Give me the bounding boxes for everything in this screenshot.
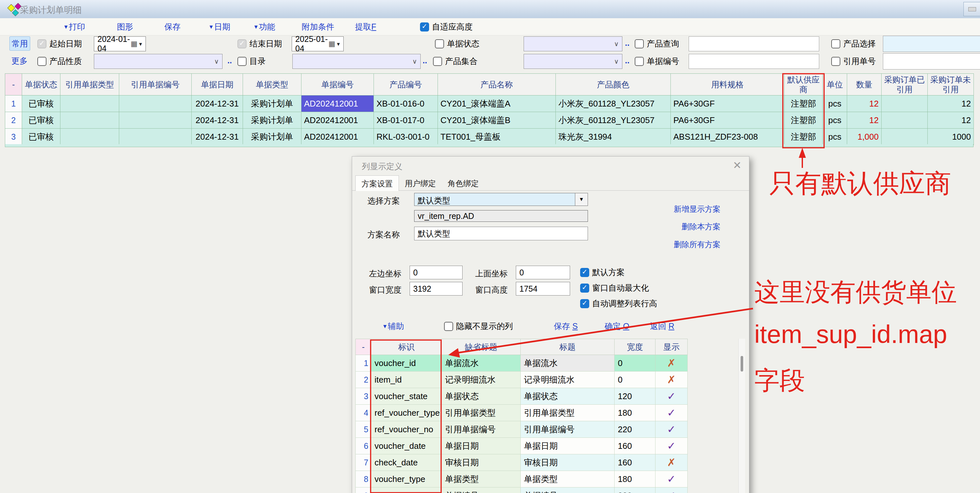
cell[interactable]: 单据流水: [521, 355, 614, 372]
ref-voucher-checkbox[interactable]: 引用单号: [831, 56, 876, 67]
cell[interactable]: 180: [614, 405, 655, 421]
cell[interactable]: 单据编号: [521, 487, 614, 493]
row-number[interactable]: 5: [356, 421, 371, 438]
cell[interactable]: [60, 112, 119, 129]
cell[interactable]: 珠光灰_31994: [556, 129, 671, 145]
cell[interactable]: RKL-03-001-0: [374, 129, 438, 145]
date-button[interactable]: ▾日期: [210, 21, 230, 32]
cell[interactable]: voucher_state: [371, 388, 442, 405]
cell[interactable]: AD202412001: [301, 129, 374, 145]
tab-more[interactable]: 更多: [10, 54, 30, 68]
extra-condition-button[interactable]: 附加条件: [302, 21, 334, 32]
save-button[interactable]: 保存 S: [554, 321, 578, 332]
cell[interactable]: XB-01-016-0: [374, 95, 438, 112]
cell[interactable]: 单据类型: [521, 471, 614, 487]
cell[interactable]: 单据编号: [442, 487, 521, 493]
directory-combo[interactable]: ∨: [292, 54, 421, 69]
window-width-input[interactable]: 3192: [410, 282, 463, 296]
ellipsis-button[interactable]: ..: [625, 56, 630, 65]
cell[interactable]: CY201_滚体端盖A: [438, 95, 556, 112]
product-nature-combo[interactable]: ∨: [94, 54, 223, 69]
checkbox-icon[interactable]: [635, 57, 644, 66]
directory-checkbox[interactable]: 目录: [237, 56, 266, 67]
col-header[interactable]: 数量: [847, 74, 881, 95]
cell[interactable]: 注塑部: [784, 112, 823, 129]
product-nature-checkbox[interactable]: 产品性质: [37, 56, 82, 67]
product-query-checkbox[interactable]: 产品查询: [635, 38, 679, 49]
adaptive-height-checkbox[interactable]: 自适应高度: [420, 21, 473, 32]
add-scheme-link[interactable]: 新增显示方案: [674, 204, 721, 214]
col-header[interactable]: 标识: [371, 339, 442, 355]
row-number[interactable]: 9: [356, 487, 371, 493]
row-number[interactable]: 4: [356, 405, 371, 421]
scrollbar-thumb[interactable]: [741, 356, 743, 372]
cell[interactable]: 180: [614, 471, 655, 487]
cell[interactable]: 记录明细流水: [442, 372, 521, 388]
col-header[interactable]: 缺省标题: [442, 339, 521, 355]
chevron-down-icon[interactable]: ∨: [214, 57, 219, 65]
default-scheme-checkbox[interactable]: 默认方案: [580, 267, 625, 278]
cell[interactable]: 2024-12-31: [192, 112, 243, 129]
cell[interactable]: pcs: [823, 129, 847, 145]
cell[interactable]: [881, 129, 928, 145]
cell[interactable]: 120: [614, 388, 655, 405]
checkbox-icon[interactable]: [580, 268, 589, 277]
cell[interactable]: 引用单据类型: [442, 405, 521, 421]
cell[interactable]: ✗: [655, 372, 688, 388]
checkbox-icon[interactable]: [37, 57, 46, 66]
cell[interactable]: voucher_type: [371, 471, 442, 487]
cell[interactable]: 采购计划单: [243, 95, 301, 112]
cell[interactable]: 160: [614, 454, 655, 471]
cell[interactable]: 单据类型: [442, 471, 521, 487]
cell[interactable]: voucher_id: [371, 355, 442, 372]
cell[interactable]: XB-01-017-0: [374, 112, 438, 129]
hide-columns-checkbox[interactable]: 隐藏不显示的列: [444, 321, 513, 332]
grid-scrollbar[interactable]: [738, 339, 745, 493]
calendar-icon[interactable]: ▦: [328, 40, 335, 48]
col-header[interactable]: 产品编号: [374, 74, 438, 95]
col-header[interactable]: 显示: [655, 339, 688, 355]
cell[interactable]: 1000: [928, 129, 974, 145]
cell[interactable]: 单据状态: [521, 388, 614, 405]
checkbox-icon[interactable]: [37, 39, 46, 48]
cell[interactable]: 12: [847, 112, 881, 129]
calendar-icon[interactable]: ▦: [130, 40, 137, 48]
cell[interactable]: TET001_母盖板: [438, 129, 556, 145]
cell[interactable]: 0: [614, 355, 655, 372]
scheme-combo[interactable]: 默认类型 ▼: [414, 193, 588, 206]
return-button[interactable]: 返回 R: [650, 321, 675, 332]
col-header[interactable]: 采购订单未引用: [928, 74, 974, 95]
checkbox-icon[interactable]: [444, 322, 453, 331]
cell[interactable]: PA6+30GF: [671, 112, 784, 129]
cell[interactable]: ref_voucher_no: [371, 421, 442, 438]
delete-scheme-link[interactable]: 删除本方案: [681, 221, 721, 232]
cell[interactable]: [881, 112, 928, 129]
top-coord-input[interactable]: 0: [516, 266, 570, 279]
close-icon[interactable]: ✕: [733, 159, 741, 172]
aux-button[interactable]: ▾辅助: [383, 321, 404, 332]
cell[interactable]: 注塑部: [784, 129, 823, 145]
cell[interactable]: AD202412001: [301, 112, 374, 129]
end-date-checkbox[interactable]: 结束日期: [237, 38, 282, 49]
auto-maximize-checkbox[interactable]: 窗口自动最大化: [580, 283, 649, 293]
row-number[interactable]: 6: [356, 438, 371, 454]
cell[interactable]: 220: [614, 487, 655, 493]
row-number[interactable]: 1: [356, 355, 371, 372]
col-header[interactable]: 单据日期: [192, 74, 243, 95]
voucher-no-input[interactable]: [689, 54, 819, 69]
cell[interactable]: check_date: [371, 454, 442, 471]
cell[interactable]: 160: [614, 438, 655, 454]
cell[interactable]: 12: [928, 112, 974, 129]
checkbox-icon[interactable]: [237, 57, 247, 66]
cell[interactable]: [119, 112, 192, 129]
left-coord-input[interactable]: 0: [410, 266, 463, 279]
tab-role-binding[interactable]: 角色绑定: [442, 177, 484, 190]
product-select-checkbox[interactable]: 产品选择: [831, 38, 876, 49]
checkbox-icon[interactable]: [420, 22, 429, 32]
cell[interactable]: ✓: [655, 405, 688, 421]
row-number[interactable]: 7: [356, 454, 371, 471]
ref-voucher-input[interactable]: [883, 53, 980, 70]
col-header[interactable]: 单据类型: [243, 74, 301, 95]
cell[interactable]: pcs: [823, 95, 847, 112]
cell[interactable]: ABS121H_ZDF23-008: [671, 129, 784, 145]
